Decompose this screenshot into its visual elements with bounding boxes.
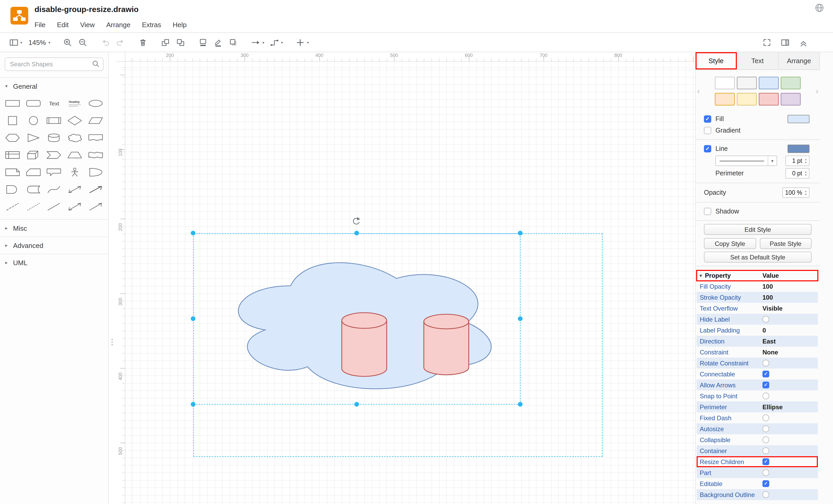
chevron-left-icon[interactable]: ‹ [697, 87, 700, 95]
menu-item[interactable]: Arrange [101, 20, 136, 30]
shape-rounded-rectangle[interactable] [23, 95, 44, 112]
shape-arrow[interactable] [85, 181, 106, 198]
selection-handle-ne[interactable] [518, 231, 523, 235]
selection-handle-nw[interactable] [191, 231, 195, 235]
menu-item[interactable]: Extras [136, 20, 167, 30]
property-row[interactable]: Perimeter Ellipse ✓ [697, 401, 818, 412]
property-row[interactable]: Constraint None ✓ [697, 347, 818, 358]
dropdown-arrow-icon[interactable]: ▼ [768, 156, 777, 166]
sidebar-splitter[interactable] [109, 52, 116, 504]
format-tab[interactable]: Style [695, 52, 737, 70]
property-checkbox[interactable]: ✓ [762, 425, 769, 432]
menu-item[interactable]: Edit [51, 20, 74, 30]
color-swatch[interactable] [781, 77, 801, 89]
search-input[interactable] [5, 57, 103, 71]
to-back-button[interactable] [173, 36, 188, 49]
property-table-header[interactable]: ▼ Property Value [697, 270, 818, 281]
waypoints-button[interactable]: ▾ [267, 36, 286, 49]
shape-cloud[interactable] [65, 129, 86, 146]
menu-item[interactable]: Help [167, 20, 193, 30]
color-swatch[interactable] [781, 93, 801, 105]
color-swatch[interactable] [715, 77, 735, 89]
selection-handle-s[interactable] [354, 402, 359, 407]
property-row[interactable]: Editable ✓ [697, 478, 818, 489]
selection-handle-w[interactable] [191, 316, 195, 321]
perimeter-stepper[interactable]: 0 pt ▲▼ [785, 168, 809, 178]
property-checkbox[interactable]: ✓ [762, 382, 769, 388]
set-default-style-button[interactable]: Set as Default Style [704, 252, 812, 262]
format-tab[interactable]: Arrange [778, 52, 820, 70]
property-row[interactable]: Collapsible ✓ [697, 434, 818, 445]
shape-parallelogram[interactable] [85, 112, 106, 129]
shape-dashed-line[interactable] [2, 198, 23, 215]
property-checkbox[interactable]: ✓ [762, 393, 769, 399]
shape-cube[interactable] [23, 146, 44, 163]
property-row[interactable]: Autosize ✓ [697, 423, 818, 434]
color-swatch[interactable] [737, 77, 757, 89]
collapse-toolbar-button[interactable] [796, 36, 811, 49]
property-row[interactable]: Connectable ✓ [697, 369, 818, 379]
property-row[interactable]: Rotate Constraint ✓ [697, 358, 818, 369]
line-checkbox[interactable]: ✓ [704, 145, 711, 152]
shape-hexagon[interactable] [2, 129, 23, 146]
shape-textbox[interactable]: Heading [65, 95, 86, 112]
shape-cylinder[interactable] [44, 129, 65, 146]
zoom-select[interactable]: 145% ▾ [25, 37, 53, 48]
shape-diamond[interactable] [65, 112, 86, 129]
shadow-button[interactable] [226, 36, 241, 49]
property-checkbox[interactable]: ✓ [762, 491, 769, 498]
property-checkbox[interactable]: ✓ [762, 414, 769, 421]
property-row[interactable]: Stroke Opacity 100 ✓ [697, 292, 818, 303]
shape-internal-storage[interactable] [2, 146, 23, 163]
format-panel-button[interactable] [778, 36, 793, 49]
shape-and[interactable] [2, 181, 23, 198]
chevron-right-icon[interactable]: › [816, 87, 818, 95]
shape-card[interactable] [23, 163, 44, 181]
shape-square[interactable] [2, 112, 23, 129]
property-row[interactable]: Container ✓ [697, 445, 818, 456]
shape-trapezoid[interactable] [65, 146, 86, 163]
shape-text[interactable]: Text [44, 95, 65, 112]
connection-button[interactable]: ▾ [248, 36, 267, 49]
line-color-button[interactable] [211, 36, 226, 49]
color-swatch[interactable] [715, 93, 735, 105]
shape-bidirectional-connector[interactable] [65, 198, 86, 215]
line-color-swatch[interactable] [788, 145, 809, 153]
shape-line[interactable] [44, 198, 65, 215]
opacity-stepper[interactable]: 100 % ▲▼ [782, 187, 809, 198]
property-row[interactable]: Hide Label ✓ [697, 314, 818, 325]
line-width-stepper[interactable]: 1 pt ▲▼ [785, 156, 809, 166]
shape-actor[interactable] [65, 163, 86, 181]
property-row[interactable]: Resize Children ✓ [697, 456, 818, 467]
sidebar-section-uml[interactable]: ▸ UML [0, 254, 108, 271]
shape-directional-connector[interactable] [85, 198, 106, 215]
sidebar-section-misc[interactable]: ▸ Misc [0, 219, 108, 236]
fill-checkbox[interactable]: ✓ [704, 116, 711, 123]
delete-button[interactable] [136, 36, 151, 49]
zoom-out-button[interactable] [75, 36, 91, 49]
property-checkbox[interactable]: ✓ [762, 469, 769, 476]
view-button[interactable]: ▾ [6, 36, 25, 49]
shadow-checkbox[interactable]: ✓ [704, 208, 711, 215]
property-checkbox[interactable]: ✓ [762, 360, 769, 367]
drawio-logo[interactable] [10, 7, 28, 25]
property-row[interactable]: Label Padding 0 ✓ [697, 325, 818, 336]
shape-document[interactable] [85, 129, 106, 146]
shape-tape[interactable] [85, 146, 106, 163]
shape-circle[interactable] [23, 112, 44, 129]
shape-or[interactable] [85, 163, 106, 181]
shape-ellipse[interactable] [85, 95, 106, 112]
selection-handle-se[interactable] [518, 402, 523, 407]
property-row[interactable]: Direction East ✓ [697, 336, 818, 347]
property-checkbox[interactable]: ✓ [762, 316, 769, 323]
property-checkbox[interactable]: ✓ [762, 371, 769, 377]
line-style-dropdown[interactable]: ▼ [715, 156, 777, 166]
shape-step[interactable] [44, 146, 65, 163]
paste-style-button[interactable]: Paste Style [760, 238, 812, 249]
shape-rectangle[interactable] [2, 95, 23, 112]
shape-callout[interactable] [44, 163, 65, 181]
color-swatch[interactable] [737, 93, 757, 105]
property-row[interactable]: Fixed Dash ✓ [697, 412, 818, 423]
shape-dotted-line[interactable] [23, 198, 44, 215]
copy-style-button[interactable]: Copy Style [704, 238, 756, 249]
